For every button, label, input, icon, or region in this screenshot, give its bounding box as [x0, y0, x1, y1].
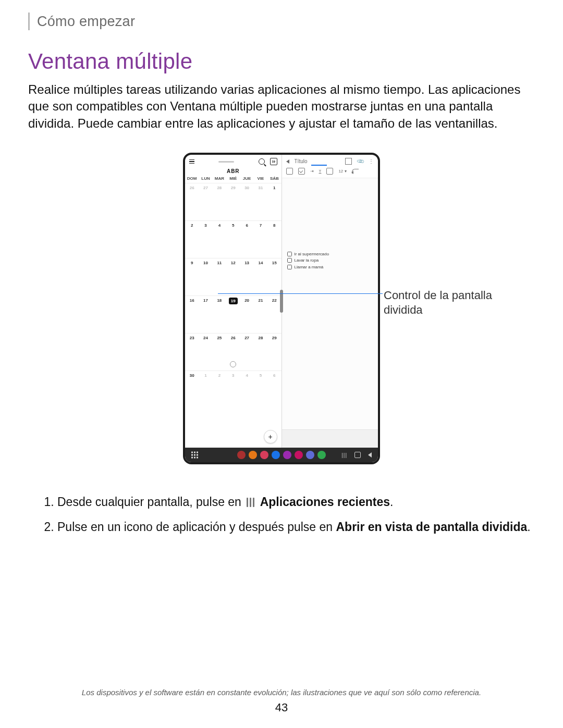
calendar-day-cell[interactable]: 11	[213, 258, 226, 295]
search-icon[interactable]	[259, 158, 265, 165]
text-style-icon[interactable]	[286, 168, 293, 175]
callout-leader-line	[218, 293, 383, 294]
step-2: Pulse en un icono de aplicación y despué…	[57, 519, 535, 536]
calendar-day-cell[interactable]: 1	[199, 371, 212, 408]
calendar-day-cell[interactable]: 4	[213, 220, 226, 258]
notes-app-pane: Título 📎 ⋮ ⇥ T 12 ▾	[282, 155, 378, 448]
calendar-day-cell[interactable]: 29	[226, 183, 240, 220]
calendar-grid[interactable]: DOMLUNMARMIÉJUEVIESÁB2627282930311234567…	[185, 175, 282, 408]
calendar-day-cell[interactable]: 12	[226, 258, 240, 295]
checklist-item[interactable]: Ir al supermercado	[287, 251, 329, 257]
menu-icon[interactable]	[189, 159, 194, 164]
step-2-tail: .	[527, 520, 530, 534]
calendar-day-cell[interactable]: 15	[267, 258, 281, 295]
taskbar-app-icon[interactable]	[272, 451, 280, 459]
intro-paragraph: Realice múltiples tareas utilizando vari…	[28, 81, 535, 132]
calendar-day-cell[interactable]: 8	[267, 220, 281, 258]
nav-recents-icon[interactable]: |||	[341, 452, 347, 458]
calendar-day-cell[interactable]: 25	[213, 333, 226, 371]
page-title: Ventana múltiple	[28, 49, 535, 74]
more-icon[interactable]: ⋮	[369, 158, 374, 164]
taskbar-app-icon[interactable]	[295, 451, 303, 459]
calendar-day-cell[interactable]: 30	[185, 371, 199, 408]
pane-drag-handle[interactable]	[218, 161, 234, 163]
calendar-app-pane: 19 ABR DOMLUNMARMIÉJUEVIESÁB262728293031…	[185, 155, 282, 448]
today-icon[interactable]: 19	[270, 158, 277, 165]
calendar-day-cell[interactable]: 26	[226, 333, 240, 371]
calendar-day-cell[interactable]: 1	[267, 183, 281, 220]
taskbar-app-icon[interactable]	[260, 451, 268, 459]
calendar-day-cell[interactable]: 5	[226, 220, 240, 258]
calendar-day-cell[interactable]: 16	[185, 295, 199, 333]
step-2-keyword: Abrir en vista de pantalla dividida	[336, 520, 527, 534]
calendar-day-cell[interactable]: 5	[254, 371, 267, 408]
calendar-day-cell[interactable]: 29	[267, 333, 281, 371]
note-checklist[interactable]: Ir al supermercadoLavar la ropaLlamar a …	[287, 251, 329, 270]
calendar-day-cell[interactable]: 7	[254, 220, 267, 258]
add-event-button[interactable]: +	[264, 430, 277, 443]
checklist-item[interactable]: Lavar la ropa	[287, 257, 329, 263]
calendar-day-cell[interactable]: 27	[199, 183, 212, 220]
outdent-icon[interactable]: T	[319, 169, 322, 174]
calendar-day-cell[interactable]: 10	[199, 258, 212, 295]
calendar-day-cell[interactable]: 17	[199, 295, 212, 333]
calendar-day-cell[interactable]: 14	[254, 258, 267, 295]
calendar-day-cell[interactable]: 31	[254, 183, 267, 220]
step-1: Desde cualquier pantalla, pulse en Aplic…	[57, 493, 535, 511]
reader-icon[interactable]	[345, 158, 352, 165]
nav-back-icon[interactable]	[368, 452, 372, 458]
taskbar-app-icon[interactable]	[317, 451, 326, 459]
calendar-day-cell[interactable]: 19	[226, 295, 240, 333]
calendar-dow: LUN	[199, 175, 212, 183]
calendar-day-cell[interactable]: 28	[254, 333, 267, 371]
tablet-device-outline: 19 ABR DOMLUNMARMIÉJUEVIESÁB262728293031…	[183, 153, 380, 464]
checklist-icon[interactable]	[298, 168, 305, 175]
attachment-icon[interactable]: 📎	[356, 157, 364, 166]
calendar-day-cell[interactable]: 30	[240, 183, 253, 220]
calendar-day-cell[interactable]: 2	[213, 371, 226, 408]
taskbar-app-icon[interactable]	[306, 451, 314, 459]
calendar-day-cell[interactable]: 28	[213, 183, 226, 220]
calendar-day-cell[interactable]: 26	[185, 183, 199, 220]
callout-label: Control de la pantalla dividida	[381, 288, 509, 317]
illustration-figure: 19 ABR DOMLUNMARMIÉJUEVIESÁB262728293031…	[28, 153, 535, 464]
calendar-day-cell[interactable]: 3	[199, 220, 212, 258]
apps-grid-icon[interactable]	[191, 452, 198, 459]
callout-split-control: Control de la pantalla dividida	[381, 288, 509, 317]
page-number: 43	[0, 701, 563, 714]
indent-icon[interactable]: ⇥	[310, 169, 314, 174]
calendar-day-cell[interactable]: 2	[185, 220, 199, 258]
note-body[interactable]: Ir al supermercadoLavar la ropaLlamar a …	[282, 178, 378, 429]
breadcrumb-text: Cómo empezar	[37, 14, 135, 30]
breadcrumb-accent-bar	[28, 13, 30, 30]
calendar-day-cell[interactable]: 24	[199, 333, 212, 371]
calendar-day-cell[interactable]: 23	[185, 333, 199, 371]
taskbar-app-icon[interactable]	[249, 451, 257, 459]
calendar-day-cell[interactable]: 6	[240, 220, 253, 258]
back-icon[interactable]	[286, 159, 289, 164]
calendar-day-cell[interactable]: 18	[213, 295, 226, 333]
calendar-day-cell[interactable]: 20	[240, 295, 253, 333]
calendar-day-cell[interactable]: 6	[267, 371, 281, 408]
checklist-item[interactable]: Llamar a mamá	[287, 264, 329, 270]
calendar-dow: SÁB	[267, 175, 281, 183]
section-header: Cómo empezar	[28, 13, 535, 30]
calendar-day-cell[interactable]: 22	[267, 295, 281, 333]
font-size-selector[interactable]: 12 ▾	[338, 169, 346, 174]
calendar-day-cell[interactable]: 3	[226, 371, 240, 408]
calendar-day-cell[interactable]: 9	[185, 258, 199, 295]
nav-home-icon[interactable]	[354, 452, 361, 458]
step-1-lead: Desde cualquier pantalla, pulse en	[57, 495, 244, 509]
undo-icon[interactable]	[352, 169, 359, 174]
taskbar-app-icon[interactable]	[283, 451, 291, 459]
calendar-day-cell[interactable]: 27	[240, 333, 253, 371]
note-title-field[interactable]: Título	[295, 158, 308, 164]
calendar-day-cell[interactable]: 21	[254, 295, 267, 333]
taskbar-app-icon[interactable]	[237, 451, 246, 459]
insert-icon[interactable]	[326, 168, 333, 175]
calendar-day-cell[interactable]: 4	[240, 371, 253, 408]
calendar-day-cell[interactable]: 13	[240, 258, 253, 295]
footer-disclaimer: Los dispositivos y el software están en …	[0, 688, 563, 697]
calendar-month-label: ABR	[185, 166, 282, 175]
instruction-list: Desde cualquier pantalla, pulse en Aplic…	[28, 493, 535, 536]
